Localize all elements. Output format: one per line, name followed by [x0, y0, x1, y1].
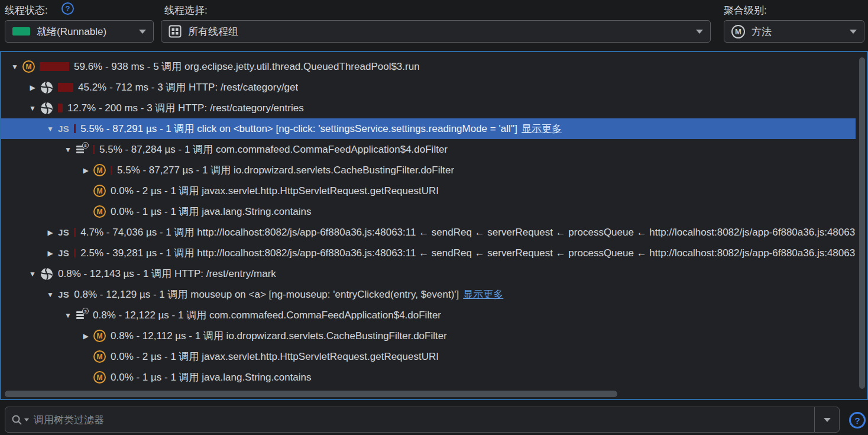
tree-row[interactable]: M0.0% - 2 µs - 1 调用 javax.servlet.http.H…: [1, 181, 856, 201]
help-icon[interactable]: ?: [61, 2, 74, 15]
thread-select-dropdown[interactable]: 所有线程组: [161, 20, 711, 43]
tree-row[interactable]: ▼s0.8% - 12,122 µs - 1 调用 com.commafeed.…: [1, 305, 856, 326]
method-icon: M: [93, 330, 106, 342]
row-text: 5.5% - 87,277 µs - 1 调用 io.dropwizard.se…: [117, 163, 454, 177]
row-text: 2.5% - 39,281 µs - 1 调用 http://localhost…: [80, 246, 856, 260]
tree-row[interactable]: ▶JS4.7% - 74,036 µs - 1 调用 http://localh…: [1, 222, 856, 243]
tree-row[interactable]: ▶M0.8% - 12,112 µs - 1 调用 io.dropwizard.…: [1, 326, 856, 346]
row-text: 0.0% - 1 µs - 1 调用 java.lang.String.cont…: [111, 205, 312, 218]
aggregation-value: 方法: [752, 25, 772, 38]
javascript-icon: JS: [58, 248, 69, 258]
expand-toggle[interactable]: ▶: [25, 83, 40, 92]
time-bar: [58, 104, 63, 112]
tree-row[interactable]: ▼0.8% - 12,143 µs - 1 调用 HTTP: /rest/ent…: [1, 263, 856, 284]
row-text: 0.0% - 1 µs - 1 调用 java.lang.String.cont…: [111, 370, 312, 384]
method-icon: M: [93, 350, 106, 363]
call-tree: ▼M59.6% - 938 ms - 5 调用 org.eclipse.jett…: [1, 56, 856, 388]
tree-row[interactable]: ▼M59.6% - 938 ms - 5 调用 org.eclipse.jett…: [1, 56, 856, 77]
row-text: 0.8% - 12,112 µs - 1 调用 io.dropwizard.se…: [111, 329, 447, 343]
help-icon[interactable]: ?: [849, 412, 866, 428]
method-level-icon: M: [731, 25, 745, 38]
method-icon: M: [93, 371, 106, 384]
call-tree-filter[interactable]: 调用树类过滤器: [5, 407, 840, 433]
expand-toggle[interactable]: ▼: [25, 270, 40, 278]
row-text: 12.7% - 200 ms - 3 调用 HTTP: /rest/catego…: [67, 101, 304, 115]
expand-toggle[interactable]: ▼: [60, 146, 76, 154]
row-text: 0.8% - 12,143 µs - 1 调用 HTTP: /rest/entr…: [58, 267, 276, 281]
expand-toggle[interactable]: ▼: [7, 63, 22, 71]
row-text: 0.8% - 12,122 µs - 1 调用 com.commafeed.Co…: [93, 308, 441, 322]
filter-placeholder: 调用树类过滤器: [34, 413, 104, 427]
javascript-icon: JS: [58, 227, 69, 237]
row-text: 0.0% - 2 µs - 1 调用 javax.servlet.http.Ht…: [111, 184, 439, 198]
expand-toggle[interactable]: ▶: [43, 249, 58, 257]
tree-row[interactable]: M0.0% - 2 µs - 1 调用 javax.servlet.http.H…: [1, 346, 856, 367]
toolbar: 线程状态: ? 线程选择: 聚合级别: 就绪(Runnable) 所有线程组 M…: [0, 0, 868, 51]
tree-row[interactable]: ▶JS2.5% - 39,281 µs - 1 调用 http://localh…: [1, 243, 856, 263]
javascript-icon: JS: [58, 124, 69, 134]
servlet-filter-icon: s: [76, 143, 88, 156]
expand-toggle[interactable]: ▶: [78, 332, 93, 340]
thread-state-value: 就绪(Runnable): [37, 25, 106, 38]
time-bar: [74, 228, 76, 237]
tree-row[interactable]: ▼s5.5% - 87,284 µs - 1 调用 com.commafeed.…: [1, 139, 856, 160]
tree-row[interactable]: ▶45.2% - 712 ms - 3 调用 HTTP: /rest/categ…: [1, 77, 856, 98]
row-text: 45.2% - 712 ms - 3 调用 HTTP: /rest/catego…: [78, 80, 298, 94]
expand-toggle[interactable]: ▼: [25, 104, 40, 112]
tree-row[interactable]: ▼JS5.5% - 87,291 µs - 1 调用 click on <but…: [1, 118, 856, 139]
show-more-link[interactable]: 显示更多: [522, 122, 562, 136]
servlet-filter-icon: s: [76, 309, 88, 321]
expand-toggle[interactable]: ▶: [78, 166, 93, 175]
tree-row[interactable]: M0.0% - 1 µs - 1 调用 java.lang.String.con…: [1, 201, 856, 222]
method-icon: M: [93, 164, 106, 176]
javascript-icon: JS: [58, 289, 69, 299]
row-text: 4.7% - 74,036 µs - 1 调用 http://localhost…: [80, 225, 856, 239]
row-text: 5.5% - 87,284 µs - 1 调用 com.commafeed.Co…: [99, 143, 448, 156]
method-icon: M: [22, 60, 35, 73]
http-globe-icon: [40, 81, 53, 94]
horizontal-scrollbar[interactable]: [5, 391, 617, 397]
method-icon: M: [93, 185, 106, 197]
thread-select-label: 线程选择:: [164, 4, 208, 17]
row-text: 0.0% - 2 µs - 1 调用 javax.servlet.http.Ht…: [111, 350, 439, 363]
time-bar: [40, 62, 69, 71]
row-text: 5.5% - 87,291 µs - 1 调用 click on <button…: [80, 122, 517, 136]
http-globe-icon: [40, 268, 53, 281]
tree-row[interactable]: M0.0% - 1 µs - 1 调用 java.lang.String.con…: [1, 367, 856, 388]
expand-toggle[interactable]: ▼: [60, 311, 76, 320]
tree-row[interactable]: ▼12.7% - 200 ms - 3 调用 HTTP: /rest/categ…: [1, 98, 856, 118]
runnable-state-icon: [12, 27, 30, 36]
time-bar: [111, 166, 112, 175]
time-bar: [93, 145, 95, 154]
aggregation-label: 聚合级别:: [724, 4, 767, 17]
tree-row[interactable]: ▶M5.5% - 87,277 µs - 1 调用 io.dropwizard.…: [1, 160, 856, 181]
method-icon: M: [93, 205, 106, 218]
thread-select-value: 所有线程组: [188, 25, 238, 38]
chevron-down-icon: [824, 418, 831, 422]
expand-toggle[interactable]: ▼: [43, 291, 58, 299]
chevron-down-icon: [139, 30, 146, 34]
thread-state-label: 线程状态:: [5, 4, 48, 17]
http-globe-icon: [40, 102, 53, 115]
filter-history-button[interactable]: [814, 407, 839, 432]
call-tree-panel: ▼M59.6% - 938 ms - 5 调用 org.eclipse.jett…: [0, 51, 868, 400]
show-more-link[interactable]: 显示更多: [463, 288, 503, 301]
tree-row[interactable]: ▼JS0.8% - 12,129 µs - 1 调用 mouseup on <a…: [1, 284, 856, 305]
time-bar: [74, 249, 76, 257]
time-bar: [58, 83, 73, 92]
row-text: 0.8% - 12,129 µs - 1 调用 mouseup on <a> […: [74, 288, 459, 301]
thread-state-dropdown[interactable]: 就绪(Runnable): [5, 20, 154, 43]
row-text: 59.6% - 938 ms - 5 调用 org.eclipse.jetty.…: [74, 60, 420, 73]
thread-groups-icon: [169, 25, 182, 38]
vertical-scrollbar[interactable]: [859, 57, 865, 389]
chevron-down-icon: [850, 30, 857, 34]
chevron-down-icon: [696, 30, 703, 34]
expand-toggle[interactable]: ▼: [43, 125, 58, 133]
expand-toggle[interactable]: ▶: [43, 228, 58, 237]
search-icon: [11, 414, 29, 426]
aggregation-dropdown[interactable]: M 方法: [724, 20, 864, 43]
time-bar: [74, 124, 76, 133]
